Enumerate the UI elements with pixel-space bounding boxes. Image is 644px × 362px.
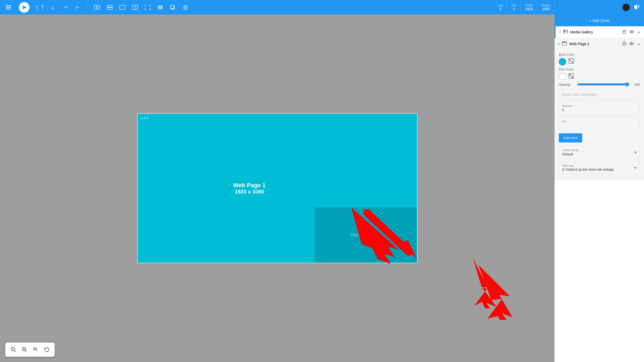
svg-rect-4 xyxy=(94,5,97,9)
uri-field[interactable]: Uri xyxy=(559,117,640,131)
svg-rect-5 xyxy=(98,5,100,9)
align-right-icon[interactable]: ⊢ xyxy=(74,3,82,12)
height-value: 1080 xyxy=(542,7,550,11)
top-value: 0 xyxy=(513,7,515,11)
align-top-icon[interactable]: T̲ T xyxy=(36,3,44,12)
svg-line-43 xyxy=(569,59,573,63)
refresh-field[interactable]: Refresh 0 xyxy=(559,101,640,115)
back-color-swatch[interactable] xyxy=(559,58,566,65)
svg-point-40 xyxy=(565,42,565,42)
canvas-size: 1920 x 1080 xyxy=(233,189,265,195)
web-app-label: Web app xyxy=(562,164,634,167)
media-gallery-label: Media Gallery xyxy=(351,232,380,238)
media-gallery-collapse-button[interactable] xyxy=(637,29,641,35)
width-value: 1920 xyxy=(525,7,533,11)
top-field: Top 0 xyxy=(507,3,521,12)
bottom-toolbar xyxy=(5,343,55,357)
left-field: Left 0 xyxy=(494,3,507,12)
svg-rect-16 xyxy=(184,6,187,9)
refresh-label: Refresh xyxy=(562,104,636,108)
media-gallery-lock-button[interactable] xyxy=(622,29,627,35)
svg-rect-14 xyxy=(170,5,174,9)
canvas-area: 0 x 0 Web Page 1 1920 x 1080 Media Galle… xyxy=(0,14,555,362)
opacity-label: Opacity xyxy=(559,83,575,86)
svg-point-38 xyxy=(563,42,564,42)
uri-label: Uri xyxy=(562,120,636,123)
properties-area: Back Color Fore Color Opacity 100 xyxy=(555,50,644,180)
svg-line-45 xyxy=(569,74,573,78)
play-button[interactable] xyxy=(19,2,29,13)
svg-point-42 xyxy=(631,43,632,44)
right-panel: + Add Zone ≡ Media Gallery ≡ xyxy=(555,14,644,362)
width-label: Width xyxy=(525,4,533,7)
webpage-type-icon xyxy=(562,42,567,46)
svg-line-29 xyxy=(25,350,27,352)
distribute-h-icon[interactable] xyxy=(93,3,101,12)
canvas-position-label: 0 x 0 xyxy=(140,116,148,120)
basic-auth-value: Basic Auth Credentials xyxy=(562,93,636,96)
opacity-slider[interactable] xyxy=(577,82,629,86)
distribute-v-icon[interactable] xyxy=(105,3,114,12)
zoom-in-button[interactable] xyxy=(19,345,29,355)
svg-rect-2 xyxy=(6,9,11,9)
canvas-center-text: Web Page 1 1920 x 1080 xyxy=(233,182,265,195)
cache-mode-content: Cache Mode Default xyxy=(562,149,634,156)
svg-rect-12 xyxy=(159,7,162,8)
fore-color-label: Fore Color xyxy=(559,68,640,71)
back-color-row xyxy=(559,58,640,65)
svg-point-35 xyxy=(631,31,632,32)
pan-button[interactable] xyxy=(31,345,41,355)
webpage-section: ≡ Web Page 1 Back Color xyxy=(555,38,644,180)
svg-rect-8 xyxy=(120,5,125,9)
top-right-icons xyxy=(555,0,644,14)
media-gallery-header: ≡ Media Gallery xyxy=(556,26,644,38)
copy-icon[interactable] xyxy=(169,3,177,12)
top-info-bar: Left 0 Top 0 Width 1920 Height 1080 xyxy=(494,0,555,14)
webpage-collapse-button[interactable] xyxy=(637,41,641,47)
edit-html-button[interactable]: Edit Html xyxy=(559,133,582,142)
webpage-eye-button[interactable] xyxy=(629,41,635,47)
zoom-out-button[interactable] xyxy=(8,345,18,355)
main-canvas[interactable]: 0 x 0 Web Page 1 1920 x 1080 Media Galle… xyxy=(137,113,417,263)
delete-icon[interactable] xyxy=(181,3,190,12)
menu-icon[interactable] xyxy=(4,3,13,12)
reset-button[interactable] xyxy=(42,345,52,355)
cache-mode-field[interactable]: Cache Mode Default ▾ xyxy=(559,146,640,159)
cache-mode-label: Cache Mode xyxy=(562,149,634,152)
media-gallery-section: ≡ Media Gallery xyxy=(555,26,644,38)
height-label: Height xyxy=(542,4,550,7)
color-picker-icon[interactable] xyxy=(622,4,630,11)
frame-icon[interactable] xyxy=(118,3,127,12)
media-gallery-title: Media Gallery xyxy=(570,30,620,34)
canvas-title: Web Page 1 xyxy=(233,182,265,189)
split-v-icon[interactable] xyxy=(131,3,139,12)
opacity-value: 100 xyxy=(632,83,640,86)
media-gallery-drag-icon: ≡ xyxy=(559,30,561,34)
webpage-lock-button[interactable] xyxy=(622,41,627,47)
back-color-transparent-icon[interactable] xyxy=(568,58,574,65)
left-label: Left xyxy=(498,4,503,7)
cache-mode-value: Default xyxy=(562,152,634,156)
fit-icon[interactable] xyxy=(143,3,152,12)
opacity-row: Opacity 100 xyxy=(559,82,640,86)
fore-color-swatch[interactable] xyxy=(559,73,566,80)
svg-rect-7 xyxy=(107,8,112,9)
cache-mode-chevron: ▾ xyxy=(634,150,636,155)
webpage-title: Web Page 1 xyxy=(569,42,620,46)
web-app-field[interactable]: Web app [1 Visidon] ng-test-client-sdk.w… xyxy=(559,161,640,174)
mute-icon[interactable] xyxy=(633,3,640,12)
web-app-chevron: ▾ xyxy=(634,165,636,170)
media-gallery-eye-button[interactable] xyxy=(629,29,635,35)
media-gallery-type-icon xyxy=(563,30,568,34)
width-field: Width 1920 xyxy=(521,3,537,12)
align-middle-icon[interactable]: ⊥ xyxy=(48,3,57,12)
crop-icon[interactable] xyxy=(156,3,164,12)
uri-input[interactable] xyxy=(562,124,636,128)
fore-color-row xyxy=(559,73,640,80)
fore-color-transparent-icon[interactable] xyxy=(568,73,574,80)
align-left-icon[interactable]: ⊣ xyxy=(61,3,69,12)
media-gallery-overlay: Media Gallery xyxy=(314,207,417,263)
svg-rect-41 xyxy=(623,43,626,45)
basic-auth-field[interactable]: Basic Auth Credentials xyxy=(559,90,640,99)
add-zone-button[interactable]: + Add Zone xyxy=(555,14,644,26)
